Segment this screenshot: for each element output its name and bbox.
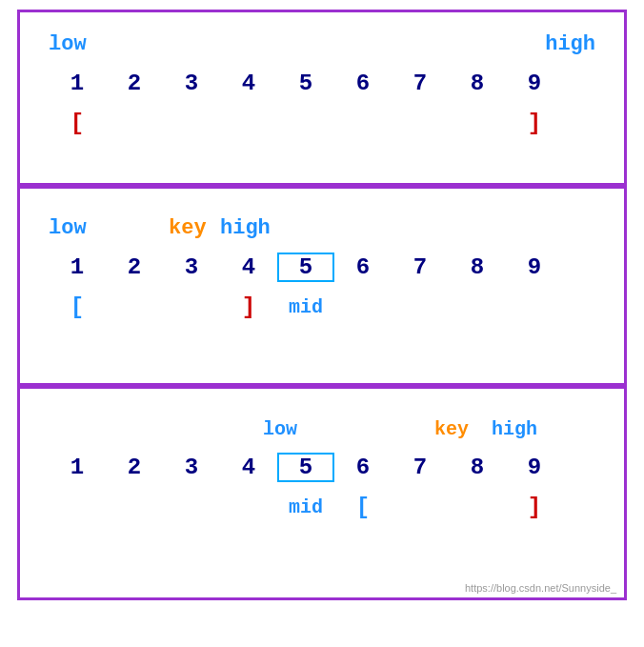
- p3-num-5-boxed: 5: [277, 453, 334, 482]
- p2-num-9: 9: [506, 254, 563, 280]
- panel-1-close-bracket: ]: [506, 111, 563, 136]
- panel-3-high-label: high: [492, 418, 537, 440]
- panel-3-label-row: low key high: [49, 398, 605, 440]
- p3-num-9: 9: [506, 455, 563, 480]
- num-cell-9: 9: [506, 71, 563, 96]
- panel-2-brackets: [ ] mid: [49, 290, 605, 324]
- num-cell-8: 8: [449, 71, 506, 96]
- num-cell-5: 5: [277, 71, 334, 96]
- panel-3: low key high 1 2 3 4 5 6 7 8 9 mid [ ] h…: [17, 386, 627, 600]
- p3-num-7: 7: [392, 455, 449, 480]
- num-cell-7: 7: [392, 71, 449, 96]
- p3-num-8: 8: [449, 455, 506, 480]
- p2-num-8: 8: [449, 254, 506, 280]
- p2-num-6: 6: [334, 254, 392, 280]
- p2-num-7: 7: [392, 254, 449, 280]
- num-cell-4: 4: [220, 71, 277, 96]
- panel-3-low-label: low: [263, 418, 297, 440]
- panel-2: low key high 1 2 3 4 5 6 7 8 9 [ ] mid: [17, 186, 627, 386]
- panel-3-key-label: key: [434, 418, 469, 440]
- panel-1-numbers: 1 2 3 4 5 6 7 8 9: [49, 60, 605, 106]
- num-cell-2: 2: [106, 71, 163, 96]
- p3-mid-label: mid: [277, 496, 334, 518]
- p3-num-2: 2: [106, 455, 163, 480]
- panel-1-high-label: high: [545, 32, 595, 56]
- p2-num-1: 1: [49, 254, 106, 280]
- panel-1-low-label: low: [49, 32, 87, 56]
- p3-close-bracket: ]: [506, 495, 563, 520]
- p2-num-3: 3: [163, 254, 220, 280]
- p2-open-bracket: [: [49, 294, 106, 320]
- p3-num-1: 1: [49, 455, 106, 480]
- p3-open-bracket: [: [334, 495, 392, 520]
- p2-num-2: 2: [106, 254, 163, 280]
- p2-num-4: 4: [220, 254, 277, 280]
- p3-num-3: 3: [163, 455, 220, 480]
- p2-num-5-boxed: 5: [277, 253, 334, 282]
- panel-1-label-row: low high: [39, 22, 605, 56]
- panel-1: low high 1 2 3 4 5 6 7 8 9 [ ]: [17, 10, 627, 186]
- panel-2-low-label: low: [49, 216, 87, 240]
- num-cell-3: 3: [163, 71, 220, 96]
- panel-3-brackets: mid [ ]: [49, 490, 605, 524]
- p3-num-4: 4: [220, 455, 277, 480]
- p3-num-6: 6: [334, 455, 392, 480]
- panel-1-open-bracket: [: [49, 111, 106, 136]
- panel-2-high-label: high: [220, 216, 271, 240]
- panel-2-label-row: low key high: [49, 198, 605, 240]
- p2-mid-label: mid: [277, 296, 334, 318]
- p2-close-bracket: ]: [220, 294, 277, 320]
- num-cell-1: 1: [49, 71, 106, 96]
- panel-2-numbers: 1 2 3 4 5 6 7 8 9: [49, 244, 605, 290]
- panel-2-key-label: key: [169, 216, 207, 240]
- watermark: https://blog.csdn.net/Sunnyside_: [465, 582, 616, 594]
- panel-1-brackets: [ ]: [49, 106, 605, 140]
- panel-3-numbers: 1 2 3 4 5 6 7 8 9: [49, 444, 605, 490]
- num-cell-6: 6: [334, 71, 392, 96]
